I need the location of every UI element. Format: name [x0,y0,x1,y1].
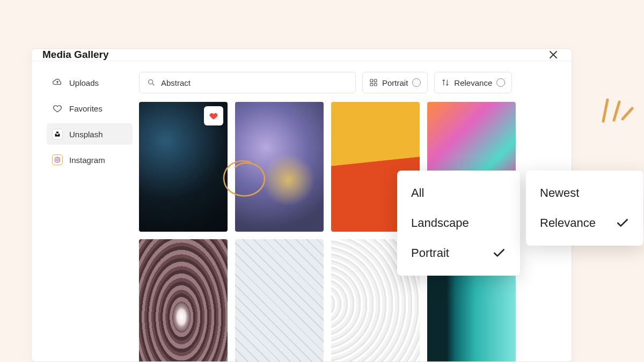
gallery-thumb[interactable] [139,102,228,232]
gallery-thumb[interactable] [235,239,324,362]
page-title: Media Gallery [42,49,109,61]
svg-rect-6 [370,83,373,86]
sidebar-item-label: Uploads [69,78,99,87]
check-icon [616,216,630,230]
orientation-option-all[interactable]: All [397,178,520,208]
sidebar-item-label: Instagram [69,156,105,165]
svg-point-2 [58,158,59,159]
instagram-icon [52,154,63,165]
sort-option-newest[interactable]: Newest [526,178,643,208]
option-label: Relevance [540,216,596,230]
favorite-button[interactable] [204,106,223,125]
option-label: Newest [540,186,579,200]
orientation-dropdown: All Landscape Portrait [397,171,520,276]
gallery-thumb[interactable] [139,239,228,362]
svg-rect-7 [374,83,377,86]
spark-decoration [601,99,639,129]
sidebar-item-instagram[interactable]: Instagram [47,149,133,171]
orientation-option-landscape[interactable]: Landscape [397,208,520,238]
sort-filter-button[interactable]: Relevance [434,72,512,93]
sidebar-item-favorites[interactable]: Favorites [47,98,133,119]
option-label: All [411,186,424,200]
radio-indicator-icon [496,78,505,87]
svg-point-1 [56,159,58,161]
svg-rect-5 [374,79,377,82]
search-icon [147,78,156,87]
sidebar-item-unsplash[interactable]: Unsplash [47,123,133,145]
sidebar: Uploads Favorites Unsplash [32,72,139,362]
orientation-option-portrait[interactable]: Portrait [397,238,520,268]
titlebar: Media Gallery [32,49,572,61]
sidebar-item-label: Unsplash [69,130,103,139]
sort-option-relevance[interactable]: Relevance [526,208,643,238]
heart-icon [52,103,63,114]
sort-filter-label: Relevance [454,78,492,87]
close-icon [549,50,558,59]
radio-indicator-icon [412,78,421,87]
heart-filled-icon [208,110,219,121]
option-label: Landscape [411,216,469,230]
check-icon [492,246,506,260]
option-label: Portrait [411,246,449,260]
svg-point-3 [149,80,153,84]
search-field[interactable] [139,72,356,93]
close-button[interactable] [549,50,558,59]
grid-icon [369,78,378,87]
svg-rect-4 [370,79,373,82]
sidebar-item-uploads[interactable]: Uploads [47,72,133,93]
orientation-filter-label: Portrait [382,78,408,87]
orientation-filter-button[interactable]: Portrait [362,72,428,93]
search-input[interactable] [161,78,348,87]
sort-icon [441,78,450,87]
gallery-thumb[interactable] [235,102,324,232]
toolbar: Portrait Relevance [139,72,550,93]
sort-dropdown: Newest Relevance [526,171,643,246]
cloud-upload-icon [52,77,63,88]
unsplash-icon [52,129,63,139]
sidebar-item-label: Favorites [69,104,103,113]
